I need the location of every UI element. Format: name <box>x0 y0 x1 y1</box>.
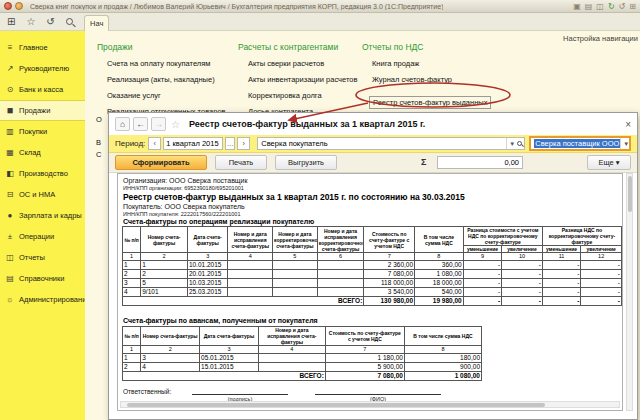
sidebar-item-otchety[interactable]: ◫Отчеты <box>0 247 85 268</box>
chevron-down-icon[interactable]: ▼ <box>509 141 515 147</box>
report-title: Реестр счетов-фактур выданных за 1 кварт… <box>123 192 465 202</box>
table-row: 49/10125.03.20153 540,00540,00---- <box>123 288 622 297</box>
sidebar-item-label: Зарплата и кадры <box>19 211 82 220</box>
col-header: Номер и дата корректировочного счета-фак… <box>273 227 318 253</box>
organization-combo[interactable]: Сверка поставщик ООО ▼ <box>529 136 631 151</box>
history-icon[interactable]: ↺ <box>619 1 626 12</box>
covered-menu-item-letter: С <box>96 150 108 159</box>
period-choose-button[interactable]: … <box>225 137 235 150</box>
group-header: Разница стоимости с учетом НДС по коррек… <box>463 227 542 246</box>
apps-menu-icon[interactable]: ⊞ <box>7 16 15 27</box>
back-icon[interactable]: ← <box>133 117 148 131</box>
table-cell: - <box>502 279 543 288</box>
save-icon[interactable]: ▣ <box>573 1 581 12</box>
signature-line <box>192 386 288 395</box>
table-cell <box>273 288 318 297</box>
col-header: Номер и дата исправления счета-фактуры <box>228 227 273 253</box>
calc-icon[interactable]: ⊞ <box>629 1 636 12</box>
search-icon[interactable] <box>66 18 73 25</box>
history-icon[interactable]: ↺ <box>46 16 54 27</box>
sidebar-item-zarplata-i-kadry[interactable]: ●Зарплата и кадры <box>0 205 85 226</box>
total-label: ВСЕГО: <box>123 297 364 306</box>
sidebar-item-pokupki[interactable]: ▥Покупки <box>0 121 85 142</box>
trend-icon: ↗ <box>5 64 15 73</box>
sidebar-item-prodazhi[interactable]: ◼Продажи <box>0 100 85 121</box>
favorites-star-icon[interactable]: ☆ <box>26 16 35 27</box>
menu-item[interactable]: Реализация (акты, накладные) <box>107 75 238 84</box>
menu-item[interactable]: Журнал счетов-фактур <box>372 75 503 84</box>
bank-icon: ⊙ <box>5 85 15 94</box>
home-icon[interactable]: ⌂ <box>115 117 130 131</box>
more-button-label: Еще <box>598 158 613 167</box>
table-cell: 1 <box>123 346 141 354</box>
period-input[interactable]: 1 квартал 2015 <box>163 137 223 150</box>
report-area: Организация: ООО Сверка поставщик ИНН/КП… <box>117 173 623 411</box>
sidebar-item-spravochniki[interactable]: ▤Справочники <box>0 268 85 289</box>
lookup-icon[interactable] <box>517 141 522 146</box>
navigation-settings-link[interactable]: Настройка навигации <box>563 34 638 43</box>
sidebar-item-administrirovanie[interactable]: ☼Администрирование <box>0 289 85 310</box>
advance-invoices-table: № п/п Номер счета-фактуры Дата счета-фак… <box>122 326 482 381</box>
sum-field[interactable]: 0,00 <box>437 156 523 169</box>
catalog-icon: ▤ <box>5 274 15 283</box>
tab-start-page[interactable]: Нач <box>84 15 109 31</box>
sync-icon[interactable]: ↻ <box>608 1 615 12</box>
dialog-header: ⌂ ← → ☆ Реестр счетов-фактур выданных за… <box>109 113 637 135</box>
vertical-scrollbar-thumb[interactable] <box>628 176 632 212</box>
sidebar-item-operacii[interactable]: ±Операции <box>0 226 85 247</box>
menu-item[interactable]: Счета на оплату покупателям <box>107 59 238 68</box>
organization-line: Организация: ООО Сверка поставщик <box>123 177 248 184</box>
close-icon[interactable]: × <box>625 119 631 130</box>
next-period-button[interactable]: › <box>237 137 250 150</box>
sidebar-item-label: Отчеты <box>19 253 45 262</box>
menu-item[interactable]: Книга продаж <box>372 59 503 68</box>
col-header: Стоимость по счету-фактуре с учетом НДС <box>364 227 415 253</box>
menu-item[interactable]: Акты инвентаризации расчетов <box>248 75 362 84</box>
more-button[interactable]: Еще ▾ <box>587 155 631 170</box>
sub-header: увеличение <box>581 246 622 253</box>
forward-icon[interactable]: → <box>151 117 166 131</box>
gear-icon: ☼ <box>5 295 15 304</box>
preview-icon[interactable]: ◫ <box>596 1 604 12</box>
responsible-label: Ответственный: <box>123 388 171 395</box>
menu-item[interactable]: Акты сверки расчетов <box>248 59 362 68</box>
sidebar-item-glavnoe[interactable]: ≡Главное <box>0 37 85 58</box>
table-cell: 18 000,00 <box>415 279 464 288</box>
menu-item[interactable]: Оказание услуг <box>107 91 238 100</box>
titlebar-icons: ▣▤◫↻↺⊞ <box>573 1 636 12</box>
horizontal-scrollbar-thumb[interactable] <box>127 403 545 407</box>
sidebar-item-bank-i-kassa[interactable]: ⊙Банк и касса <box>0 79 85 100</box>
prev-period-button[interactable]: ‹ <box>148 137 161 150</box>
buyer-line: Покупатель: ООО Сверка покупатель <box>123 203 245 210</box>
horizontal-scrollbar[interactable] <box>120 401 620 408</box>
export-button[interactable]: Выгрузить <box>275 155 337 170</box>
window-menu-icon[interactable] <box>15 2 23 10</box>
menu-column-title: Расчеты с контрагентами <box>238 42 362 52</box>
vertical-scrollbar[interactable] <box>626 173 633 411</box>
window-close-icon[interactable] <box>4 2 12 10</box>
counterparty-combo[interactable]: Сверка покупатель ▼ <box>257 137 525 150</box>
table-cell: 2 <box>123 363 141 372</box>
sidebar-item-os-i-nma[interactable]: ⊟ОС и НМА <box>0 184 85 205</box>
sidebar-item-sklad[interactable]: ▦Склад <box>0 142 85 163</box>
titlebar: Сверка книг покупок и продаж / Любимов В… <box>0 0 640 13</box>
favorite-star-icon[interactable]: ☆ <box>171 119 180 130</box>
table-row: 2415.01.20155 900,00900,00 <box>123 363 482 372</box>
report-dialog: ⌂ ← → ☆ Реестр счетов-фактур выданных за… <box>108 112 638 420</box>
table-cell: 2 <box>141 270 188 279</box>
sidebar-item-rukovoditelyu[interactable]: ↗Руководителю <box>0 58 85 79</box>
table-cell: - <box>463 270 502 279</box>
table-cell: 540,00 <box>415 288 464 297</box>
table-cell: 7 080,00 <box>325 372 404 381</box>
print-icon[interactable]: ▤ <box>585 1 593 12</box>
sidebar-item-proizvodstvo[interactable]: ◧Производство <box>0 163 85 184</box>
sidebar-item-label: Операции <box>19 232 54 241</box>
table-cell: - <box>502 297 543 306</box>
chevron-down-icon[interactable]: ▼ <box>623 141 629 147</box>
generate-button[interactable]: Сформировать <box>115 155 207 170</box>
sidebar-item-label: Покупки <box>19 127 47 136</box>
print-button[interactable]: Печать <box>215 155 267 170</box>
col-header: Стоимость по счету-фактуре с учетом НДС <box>325 327 404 346</box>
menu-item[interactable]: Корректировка долга <box>248 91 362 100</box>
menu-item[interactable]: Реестр счетов-фактур выданных <box>369 96 491 109</box>
